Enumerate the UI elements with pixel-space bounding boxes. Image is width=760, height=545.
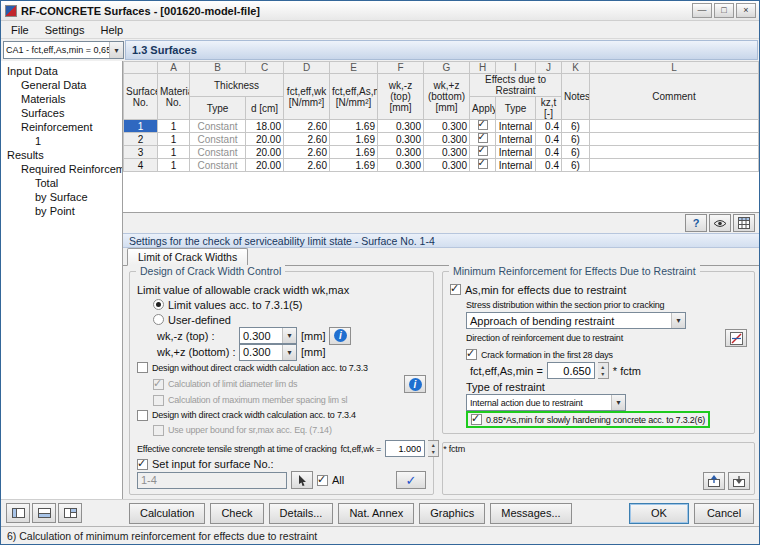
cell-d[interactable]: 20.00 <box>246 159 284 172</box>
nav-by-point[interactable]: by Point <box>3 204 120 218</box>
cell-notes[interactable]: 6) <box>562 159 590 172</box>
tab-limit-of-crack-widths[interactable]: Limit of Crack Widths <box>127 248 248 266</box>
nav-by-surface[interactable]: by Surface <box>3 190 120 204</box>
tensile-input[interactable] <box>385 440 425 457</box>
view-button[interactable] <box>709 214 731 232</box>
minimize-button[interactable]: — <box>692 3 712 18</box>
asmin-restraint-checkbox[interactable] <box>450 284 461 295</box>
cell-thickness-type[interactable]: Constant <box>190 159 246 172</box>
nav-results[interactable]: Results <box>3 148 120 162</box>
menu-help[interactable]: Help <box>92 22 131 38</box>
cell-kzt[interactable]: 0.4 <box>536 133 562 146</box>
toggle-table-button[interactable] <box>32 503 56 523</box>
menu-settings[interactable]: Settings <box>37 22 93 38</box>
apply-checkbox[interactable] <box>478 120 488 130</box>
cell-kzt[interactable]: 0.4 <box>536 146 562 159</box>
set-input-checkbox[interactable] <box>137 459 148 470</box>
cell-d[interactable]: 20.00 <box>246 133 284 146</box>
cell-fct-asmin[interactable]: 1.69 <box>330 120 378 133</box>
case-select[interactable]: CA1 - fct,eff,As,min = 0,65 fctm ▾ <box>3 41 124 59</box>
cell-d[interactable]: 18.00 <box>246 120 284 133</box>
cell-thickness-type[interactable]: Constant <box>190 133 246 146</box>
toggle-layout-button[interactable] <box>58 503 82 523</box>
cell-comment[interactable] <box>590 133 759 146</box>
cell-wk-top[interactable]: 0.300 <box>378 133 424 146</box>
cell-fct-asmin[interactable]: 1.69 <box>330 133 378 146</box>
nav-input-data[interactable]: Input Data <box>3 64 120 78</box>
cell-fct-wk[interactable]: 2.60 <box>284 133 330 146</box>
spinner[interactable]: ▴▾ <box>428 440 439 457</box>
close-button[interactable]: × <box>736 3 756 18</box>
cell-notes[interactable]: 6) <box>562 146 590 159</box>
table-select-button[interactable] <box>733 214 755 232</box>
messages-button[interactable]: Messages... <box>490 503 571 524</box>
pick-surfaces-button[interactable] <box>291 471 313 489</box>
user-defined-radio[interactable] <box>153 314 164 325</box>
cell-comment[interactable] <box>590 159 759 172</box>
limit-values-radio[interactable] <box>153 299 164 310</box>
cell-fct-asmin[interactable]: 1.69 <box>330 146 378 159</box>
cell-restraint-type[interactable]: Internal <box>496 120 536 133</box>
limit-diameter-info-button[interactable]: i <box>404 375 426 393</box>
nat-annex-button[interactable]: Nat. Annex <box>338 503 414 524</box>
details-button[interactable]: Details... <box>269 503 334 524</box>
cell-material[interactable]: 1 <box>158 133 190 146</box>
nav-required-reinforcement[interactable]: Required Reinforcement <box>3 162 120 176</box>
apply-checkbox[interactable] <box>478 159 488 169</box>
cell-notes[interactable]: 6) <box>562 133 590 146</box>
cell-restraint-type[interactable]: Internal <box>496 133 536 146</box>
cell-wk-bottom[interactable]: 0.300 <box>424 133 470 146</box>
cell-material[interactable]: 1 <box>158 159 190 172</box>
apply-settings-button[interactable]: ✓ <box>396 471 426 489</box>
nav-materials[interactable]: Materials <box>3 92 120 106</box>
nav-total[interactable]: Total <box>3 176 120 190</box>
direction-button[interactable] <box>725 329 747 347</box>
nav-reinforcement[interactable]: Reinforcement <box>3 120 120 134</box>
cell-kzt[interactable]: 0.4 <box>536 159 562 172</box>
cell-comment[interactable] <box>590 120 759 133</box>
check-button[interactable]: Check <box>210 503 263 524</box>
cell-material[interactable]: 1 <box>158 120 190 133</box>
nav-surfaces[interactable]: Surfaces <box>3 106 120 120</box>
cell-material[interactable]: 1 <box>158 146 190 159</box>
cancel-button[interactable]: Cancel <box>694 503 754 524</box>
all-checkbox[interactable] <box>317 475 328 486</box>
cell-fct-wk[interactable]: 2.60 <box>284 146 330 159</box>
cell-comment[interactable] <box>590 146 759 159</box>
toggle-navigator-button[interactable] <box>6 503 30 523</box>
design-without-direct-checkbox[interactable] <box>137 362 148 373</box>
wk-bottom-select[interactable]: 0.300 ▾ <box>239 344 297 361</box>
row-number[interactable]: 1 <box>124 120 158 133</box>
cell-wk-top[interactable]: 0.300 <box>378 159 424 172</box>
menu-file[interactable]: File <box>3 22 37 38</box>
cell-wk-bottom[interactable]: 0.300 <box>424 159 470 172</box>
stress-distribution-select[interactable]: Approach of bending restraint ▾ <box>466 312 686 329</box>
calculation-button[interactable]: Calculation <box>129 503 205 524</box>
maximize-button[interactable]: □ <box>714 3 734 18</box>
cell-wk-top[interactable]: 0.300 <box>378 146 424 159</box>
cell-fct-asmin[interactable]: 1.69 <box>330 159 378 172</box>
cell-wk-top[interactable]: 0.300 <box>378 120 424 133</box>
row-number[interactable]: 4 <box>124 159 158 172</box>
wk-top-select[interactable]: 0.300 ▾ <box>239 327 297 344</box>
nav-general-data[interactable]: General Data <box>3 78 120 92</box>
wk-info-button[interactable]: i <box>329 327 351 345</box>
apply-checkbox[interactable] <box>478 146 488 156</box>
cell-wk-bottom[interactable]: 0.300 <box>424 120 470 133</box>
slow-hardening-checkbox[interactable] <box>471 414 482 425</box>
cell-d[interactable]: 20.00 <box>246 146 284 159</box>
load-defaults-button[interactable] <box>728 472 750 490</box>
cell-kzt[interactable]: 0.4 <box>536 120 562 133</box>
row-number[interactable]: 3 <box>124 146 158 159</box>
cell-fct-wk[interactable]: 2.60 <box>284 159 330 172</box>
cell-restraint-type[interactable]: Internal <box>496 146 536 159</box>
crack-28-days-checkbox[interactable] <box>466 349 477 360</box>
cell-thickness-type[interactable]: Constant <box>190 120 246 133</box>
cell-fct-wk[interactable]: 2.60 <box>284 120 330 133</box>
nav-reinforcement-1[interactable]: 1 <box>3 134 120 148</box>
type-of-restraint-select[interactable]: Internal action due to restraint ▾ <box>466 394 626 411</box>
cell-restraint-type[interactable]: Internal <box>496 159 536 172</box>
graphics-button[interactable]: Graphics <box>419 503 485 524</box>
save-defaults-button[interactable] <box>703 472 725 490</box>
spinner[interactable]: ▴▾ <box>598 362 609 379</box>
